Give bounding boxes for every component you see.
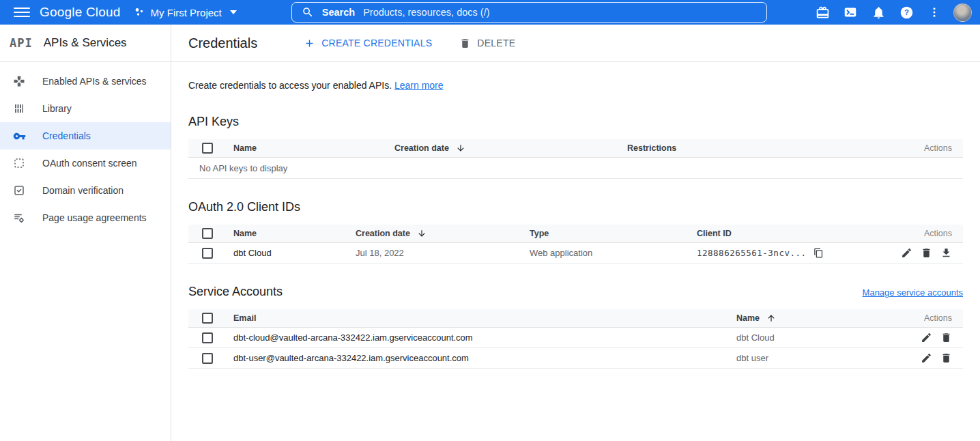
main-content: Credentials CREATE CREDENTIALS DELETE Cr… [171,25,980,441]
cloud-shell-icon[interactable] [839,1,862,24]
column-header-type: Type [530,229,697,238]
sidebar-item-credentials[interactable]: Credentials [0,122,171,150]
intro-text: Create credentials to access your enable… [188,80,963,91]
sort-asc-icon [766,313,776,323]
sort-desc-icon [417,229,427,238]
key-icon [12,129,26,143]
column-header-creation-date[interactable]: Creation date [356,229,530,238]
sidebar-item-enabled-apis[interactable]: Enabled APIs & services [0,68,171,95]
client-id-cell: 128886265561-3ncv... [697,248,892,258]
select-all-checkbox[interactable] [202,313,213,324]
select-all-checkbox[interactable] [202,228,213,239]
sidebar: API APIs & Services Enabled APIs & servi… [0,25,171,441]
row-actions [900,332,963,343]
chevron-down-icon [230,10,237,14]
service-accounts-heading: Service Accounts [188,285,283,299]
table-row: dbt Cloud Jul 18, 2022 Web application 1… [188,243,963,264]
logo-text: Google Cloud [40,5,121,19]
row-checkbox[interactable] [202,248,213,259]
column-header-email: Email [233,313,736,323]
sidebar-item-library[interactable]: Library [0,95,171,122]
row-actions [892,247,963,259]
user-avatar[interactable] [953,3,972,22]
download-icon[interactable] [940,247,952,259]
menu-icon[interactable] [8,0,35,25]
table-row: dbt-cloud@vaulted-arcana-332422.iam.gser… [188,328,963,348]
page-title: Credentials [188,35,257,51]
sidebar-nav: Enabled APIs & services Library Credenti… [0,62,171,231]
sidebar-item-label: Credentials [42,130,91,141]
sidebar-item-label: OAuth consent screen [42,158,137,169]
column-header-actions: Actions [892,229,963,238]
sidebar-item-domain-verification[interactable]: Domain verification [0,177,171,204]
service-account-name: dbt Cloud [736,332,900,343]
gift-icon[interactable] [811,1,834,24]
sidebar-item-label: Domain verification [42,185,124,196]
search-label: Search [322,7,355,18]
client-type: Web application [530,248,697,258]
column-header-name[interactable]: Name [736,313,900,323]
help-icon[interactable]: ? [895,1,918,24]
table-header-row: Email Name Actions [188,309,963,328]
search-input[interactable]: Search Products, resources, docs (/) [291,2,767,23]
sidebar-item-oauth-consent[interactable]: OAuth consent screen [0,150,171,177]
delete-icon[interactable] [940,352,952,364]
copy-icon[interactable] [813,248,824,258]
client-id-value: 128886265561-3ncv... [697,248,807,258]
consent-screen-icon [12,156,26,170]
domain-check-icon [12,184,26,197]
search-icon [302,6,314,18]
project-icon [133,6,145,18]
table-header-row: Name Creation date Restrictions Actions [188,139,963,158]
manage-service-accounts-link[interactable]: Manage service accounts [863,287,963,298]
select-all-checkbox[interactable] [202,143,213,154]
row-actions [900,352,963,364]
column-header-actions: Actions [900,313,963,323]
sidebar-header: API APIs & Services [0,25,171,62]
delete-button[interactable]: DELETE [455,35,519,52]
delete-icon[interactable] [921,247,932,259]
sidebar-item-label: Enabled APIs & services [42,76,147,87]
library-icon [12,102,26,115]
column-header-name: Name [233,143,394,153]
topbar-actions: ? [811,1,972,24]
table-header-row: Name Creation date Type Client ID Action… [188,225,963,243]
edit-icon[interactable] [921,332,932,343]
dpad-icon [12,74,26,88]
api-logo-icon: API [10,36,33,50]
trash-icon [459,38,471,49]
column-header-name: Name [233,229,356,238]
row-checkbox[interactable] [202,332,213,343]
service-account-email[interactable]: dbt-cloud@vaulted-arcana-332422.iam.gser… [233,332,736,343]
sort-desc-icon [456,143,465,153]
service-account-email[interactable]: dbt-user@vaulted-arcana-332422.iam.gserv… [233,353,736,363]
top-app-bar: Google Cloud My First Project Search Pro… [0,0,980,25]
agreements-gear-icon [12,211,26,225]
google-cloud-logo[interactable]: Google Cloud [40,5,121,20]
column-header-restrictions: Restrictions [627,143,897,153]
sidebar-item-label: Page usage agreements [42,212,147,223]
row-checkbox[interactable] [202,353,213,364]
sidebar-item-page-usage[interactable]: Page usage agreements [0,204,171,231]
learn-more-link[interactable]: Learn more [394,80,444,91]
column-header-creation-date[interactable]: Creation date [394,143,627,153]
delete-icon[interactable] [940,332,952,343]
more-vertical-icon[interactable] [923,1,946,24]
client-creation-date: Jul 18, 2022 [356,248,530,258]
column-header-actions: Actions [897,143,963,153]
client-name[interactable]: dbt Cloud [233,248,356,258]
project-name: My First Project [151,7,222,18]
edit-icon[interactable] [901,247,912,259]
sidebar-item-label: Library [42,103,72,114]
service-accounts-table: Email Name Actions dbt-cloud@vaulted-arc… [188,309,963,369]
plus-icon [304,38,315,49]
api-keys-heading: API Keys [188,115,963,129]
search-placeholder: Products, resources, docs (/) [363,7,489,18]
api-keys-table: Name Creation date Restrictions Actions … [188,139,963,179]
create-credentials-button[interactable]: CREATE CREDENTIALS [300,35,436,52]
column-header-client-id: Client ID [697,229,892,238]
edit-icon[interactable] [921,352,932,364]
project-picker[interactable]: My First Project [133,6,237,18]
notifications-bell-icon[interactable] [867,1,890,24]
oauth-heading: OAuth 2.0 Client IDs [188,200,963,214]
